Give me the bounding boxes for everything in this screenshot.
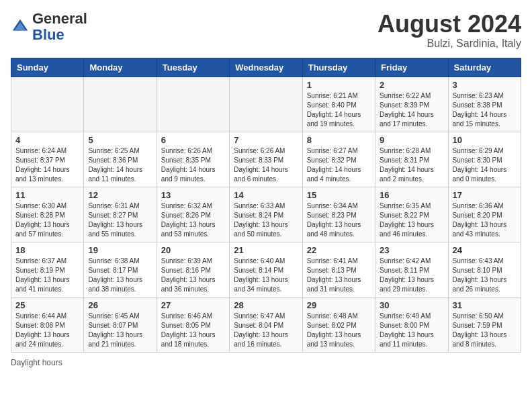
calendar-cell: 21Sunrise: 6:40 AM Sunset: 8:14 PM Dayli… xyxy=(230,242,302,297)
month-year: August 2024 xyxy=(378,11,521,38)
day-number: 26 xyxy=(88,300,152,310)
calendar-cell: 24Sunrise: 6:43 AM Sunset: 8:10 PM Dayli… xyxy=(448,242,521,297)
day-number: 9 xyxy=(380,135,443,145)
day-content: Sunrise: 6:26 AM Sunset: 8:35 PM Dayligh… xyxy=(161,146,225,184)
day-content: Sunrise: 6:33 AM Sunset: 8:24 PM Dayligh… xyxy=(234,201,298,239)
day-content: Sunrise: 6:25 AM Sunset: 8:36 PM Dayligh… xyxy=(88,146,152,184)
calendar-cell: 1Sunrise: 6:21 AM Sunset: 8:40 PM Daylig… xyxy=(302,77,375,132)
calendar-cell xyxy=(157,77,229,132)
calendar-cell: 11Sunrise: 6:30 AM Sunset: 8:28 PM Dayli… xyxy=(11,187,84,242)
day-number: 23 xyxy=(380,245,443,255)
calendar-cell: 20Sunrise: 6:39 AM Sunset: 8:16 PM Dayli… xyxy=(157,242,229,297)
day-content: Sunrise: 6:43 AM Sunset: 8:10 PM Dayligh… xyxy=(453,257,517,294)
day-content: Sunrise: 6:27 AM Sunset: 8:32 PM Dayligh… xyxy=(307,146,371,184)
calendar-header: SundayMondayTuesdayWednesdayThursdayFrid… xyxy=(11,58,521,77)
day-number: 4 xyxy=(15,135,79,145)
calendar-cell: 29Sunrise: 6:48 AM Sunset: 8:02 PM Dayli… xyxy=(302,297,375,352)
day-content: Sunrise: 6:47 AM Sunset: 8:04 PM Dayligh… xyxy=(234,312,298,349)
calendar-cell: 13Sunrise: 6:32 AM Sunset: 8:26 PM Dayli… xyxy=(157,187,229,242)
calendar-cell: 17Sunrise: 6:36 AM Sunset: 8:20 PM Dayli… xyxy=(448,187,521,242)
calendar-cell: 5Sunrise: 6:25 AM Sunset: 8:36 PM Daylig… xyxy=(84,132,157,187)
day-content: Sunrise: 6:34 AM Sunset: 8:23 PM Dayligh… xyxy=(307,201,371,239)
day-content: Sunrise: 6:50 AM Sunset: 7:59 PM Dayligh… xyxy=(453,312,517,349)
week-row-3: 11Sunrise: 6:30 AM Sunset: 8:28 PM Dayli… xyxy=(11,187,521,242)
calendar-cell: 7Sunrise: 6:26 AM Sunset: 8:33 PM Daylig… xyxy=(230,132,302,187)
day-number: 10 xyxy=(453,135,517,145)
calendar-cell: 18Sunrise: 6:37 AM Sunset: 8:19 PM Dayli… xyxy=(11,242,84,297)
day-of-week-saturday: Saturday xyxy=(448,58,521,77)
footer: Daylight hours xyxy=(11,358,521,367)
calendar-cell: 27Sunrise: 6:46 AM Sunset: 8:05 PM Dayli… xyxy=(157,297,229,352)
day-number: 16 xyxy=(380,190,443,200)
day-content: Sunrise: 6:37 AM Sunset: 8:19 PM Dayligh… xyxy=(15,257,79,294)
day-number: 30 xyxy=(380,300,443,310)
days-of-week-row: SundayMondayTuesdayWednesdayThursdayFrid… xyxy=(11,58,521,77)
logo-blue-text: Blue xyxy=(32,26,64,43)
day-number: 21 xyxy=(234,245,298,255)
day-number: 14 xyxy=(234,190,298,200)
day-number: 5 xyxy=(88,135,152,145)
day-number: 7 xyxy=(234,135,298,145)
day-content: Sunrise: 6:36 AM Sunset: 8:20 PM Dayligh… xyxy=(453,201,517,239)
calendar-cell: 31Sunrise: 6:50 AM Sunset: 7:59 PM Dayli… xyxy=(448,297,521,352)
calendar-cell xyxy=(230,77,302,132)
logo-icon xyxy=(11,17,30,36)
day-of-week-thursday: Thursday xyxy=(302,58,375,77)
day-number: 22 xyxy=(307,245,371,255)
day-of-week-sunday: Sunday xyxy=(11,58,84,77)
day-number: 2 xyxy=(380,80,443,90)
day-content: Sunrise: 6:41 AM Sunset: 8:13 PM Dayligh… xyxy=(307,257,371,294)
day-number: 15 xyxy=(307,190,371,200)
header: General Blue August 2024 Bulzi, Sardinia… xyxy=(11,11,521,50)
day-content: Sunrise: 6:45 AM Sunset: 8:07 PM Dayligh… xyxy=(88,312,152,349)
calendar-cell: 28Sunrise: 6:47 AM Sunset: 8:04 PM Dayli… xyxy=(230,297,302,352)
day-content: Sunrise: 6:44 AM Sunset: 8:08 PM Dayligh… xyxy=(15,312,79,349)
day-of-week-friday: Friday xyxy=(375,58,448,77)
day-number: 24 xyxy=(453,245,517,255)
calendar-cell: 6Sunrise: 6:26 AM Sunset: 8:35 PM Daylig… xyxy=(157,132,229,187)
day-number: 8 xyxy=(307,135,371,145)
day-content: Sunrise: 6:35 AM Sunset: 8:22 PM Dayligh… xyxy=(380,201,443,239)
calendar-cell: 30Sunrise: 6:49 AM Sunset: 8:00 PM Dayli… xyxy=(375,297,448,352)
day-number: 13 xyxy=(161,190,225,200)
day-content: Sunrise: 6:39 AM Sunset: 8:16 PM Dayligh… xyxy=(161,257,225,294)
day-number: 18 xyxy=(15,245,79,255)
calendar-body: 1Sunrise: 6:21 AM Sunset: 8:40 PM Daylig… xyxy=(11,77,521,352)
day-number: 1 xyxy=(307,80,371,90)
calendar-cell: 23Sunrise: 6:42 AM Sunset: 8:11 PM Dayli… xyxy=(375,242,448,297)
day-content: Sunrise: 6:21 AM Sunset: 8:40 PM Dayligh… xyxy=(307,91,371,129)
day-content: Sunrise: 6:48 AM Sunset: 8:02 PM Dayligh… xyxy=(307,312,371,349)
week-row-4: 18Sunrise: 6:37 AM Sunset: 8:19 PM Dayli… xyxy=(11,242,521,297)
logo: General Blue xyxy=(11,11,87,43)
calendar-cell: 4Sunrise: 6:24 AM Sunset: 8:37 PM Daylig… xyxy=(11,132,84,187)
calendar-cell: 25Sunrise: 6:44 AM Sunset: 8:08 PM Dayli… xyxy=(11,297,84,352)
logo-general-text: General xyxy=(32,10,87,27)
day-number: 25 xyxy=(15,300,79,310)
calendar-table: SundayMondayTuesdayWednesdayThursdayFrid… xyxy=(11,58,521,353)
day-content: Sunrise: 6:32 AM Sunset: 8:26 PM Dayligh… xyxy=(161,201,225,239)
location: Bulzi, Sardinia, Italy xyxy=(378,38,521,50)
day-number: 31 xyxy=(453,300,517,310)
week-row-5: 25Sunrise: 6:44 AM Sunset: 8:08 PM Dayli… xyxy=(11,297,521,352)
day-content: Sunrise: 6:31 AM Sunset: 8:27 PM Dayligh… xyxy=(88,201,152,239)
day-content: Sunrise: 6:23 AM Sunset: 8:38 PM Dayligh… xyxy=(453,91,517,129)
day-content: Sunrise: 6:22 AM Sunset: 8:39 PM Dayligh… xyxy=(380,91,443,129)
calendar-cell: 22Sunrise: 6:41 AM Sunset: 8:13 PM Dayli… xyxy=(302,242,375,297)
daylight-label: Daylight hours xyxy=(11,358,62,367)
day-number: 12 xyxy=(88,190,152,200)
day-content: Sunrise: 6:29 AM Sunset: 8:30 PM Dayligh… xyxy=(453,146,517,184)
day-number: 27 xyxy=(161,300,225,310)
calendar-cell: 14Sunrise: 6:33 AM Sunset: 8:24 PM Dayli… xyxy=(230,187,302,242)
title-block: August 2024 Bulzi, Sardinia, Italy xyxy=(378,11,521,50)
calendar-cell: 10Sunrise: 6:29 AM Sunset: 8:30 PM Dayli… xyxy=(448,132,521,187)
week-row-1: 1Sunrise: 6:21 AM Sunset: 8:40 PM Daylig… xyxy=(11,77,521,132)
calendar-cell xyxy=(11,77,84,132)
day-number: 29 xyxy=(307,300,371,310)
calendar-cell: 19Sunrise: 6:38 AM Sunset: 8:17 PM Dayli… xyxy=(84,242,157,297)
day-number: 28 xyxy=(234,300,298,310)
day-content: Sunrise: 6:40 AM Sunset: 8:14 PM Dayligh… xyxy=(234,257,298,294)
day-of-week-tuesday: Tuesday xyxy=(157,58,229,77)
calendar-cell: 26Sunrise: 6:45 AM Sunset: 8:07 PM Dayli… xyxy=(84,297,157,352)
day-number: 6 xyxy=(161,135,225,145)
day-content: Sunrise: 6:28 AM Sunset: 8:31 PM Dayligh… xyxy=(380,146,443,184)
